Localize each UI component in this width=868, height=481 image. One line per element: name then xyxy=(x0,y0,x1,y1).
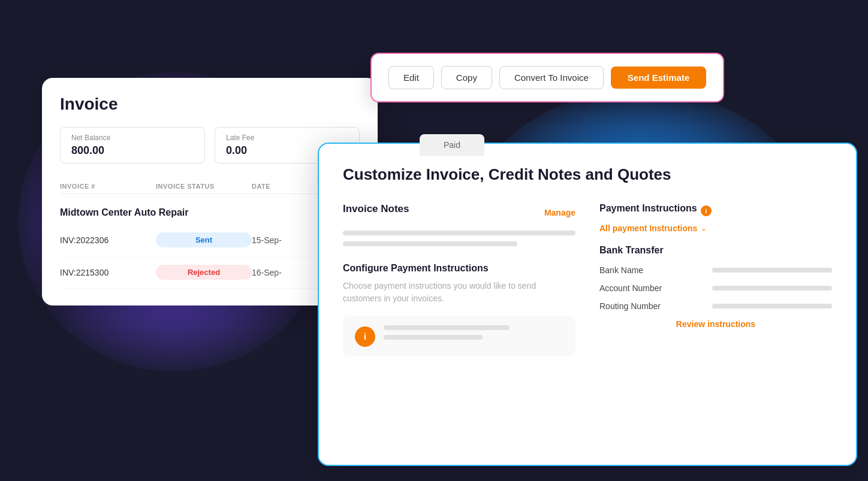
account-number-label: Account Number xyxy=(599,283,662,293)
configure-section: Configure Payment Instructions Choose pa… xyxy=(343,263,575,356)
payment-info-icon: i xyxy=(701,205,712,216)
send-estimate-button[interactable]: Send Estimate xyxy=(611,66,706,89)
section-company-name: Midtown Center Auto Repair xyxy=(60,199,360,224)
customize-title: Customize Invoice, Credit Notes and Quot… xyxy=(343,165,832,184)
routing-number-value xyxy=(712,304,832,308)
left-column: Invoice Notes Manage Configure Payment I… xyxy=(343,203,575,356)
status-badge-sent: Sent xyxy=(156,232,252,247)
review-instructions-link[interactable]: Review instructions xyxy=(599,319,832,329)
account-number-value xyxy=(712,286,832,291)
all-payment-text: All payment Instructions xyxy=(599,223,697,233)
col-invoice-status: INVOICE STATUS xyxy=(156,183,252,190)
configure-payment-desc: Choose payment instructions you would li… xyxy=(343,280,575,305)
info-icon: i xyxy=(355,326,375,347)
edit-button[interactable]: Edit xyxy=(388,66,434,89)
info-line-1 xyxy=(384,325,510,330)
info-lines xyxy=(384,325,563,346)
bank-name-row: Bank Name xyxy=(599,265,832,275)
table-header: INVOICE # INVOICE STATUS DATE xyxy=(60,179,360,194)
chevron-down-icon: ⌄ xyxy=(701,224,707,232)
bank-transfer-title: Bank Transfer xyxy=(599,245,832,256)
bank-name-label: Bank Name xyxy=(599,265,643,275)
right-column: Payment Instructions i All payment Instr… xyxy=(599,203,832,356)
account-number-row: Account Number xyxy=(599,283,832,293)
late-fee-label: Late Fee xyxy=(226,134,348,142)
invoice-num-2: INV:2215300 xyxy=(60,268,156,277)
actions-card: Edit Copy Convert To Invoice Send Estima… xyxy=(370,53,724,102)
net-balance-label: Net Balance xyxy=(71,134,194,142)
manage-link[interactable]: Manage xyxy=(544,208,575,217)
invoice-num-1: INV:2022306 xyxy=(60,235,156,245)
notes-line-2 xyxy=(343,241,517,246)
info-card: i xyxy=(343,316,575,356)
customize-card: Customize Invoice, Credit Notes and Quot… xyxy=(318,143,857,466)
routing-number-label: Routing Number xyxy=(599,301,661,311)
info-line-2 xyxy=(384,335,483,340)
invoice-notes-label: Invoice Notes xyxy=(343,203,409,215)
invoice-row-2: INV:2215300 Rejected 16-Sep- xyxy=(60,256,360,289)
notes-line-1 xyxy=(343,231,575,235)
tab-paid[interactable]: Paid xyxy=(420,134,484,156)
all-payment-row[interactable]: All payment Instructions ⌄ xyxy=(599,223,832,233)
customize-grid: Invoice Notes Manage Configure Payment I… xyxy=(343,203,832,356)
paid-tab-area: Paid xyxy=(420,134,484,156)
payment-instructions-label: Payment Instructions xyxy=(599,203,697,214)
copy-button[interactable]: Copy xyxy=(441,66,492,89)
invoice-title: Invoice xyxy=(60,95,360,114)
routing-number-row: Routing Number xyxy=(599,301,832,311)
invoice-notes-header: Invoice Notes Manage xyxy=(343,203,575,222)
configure-payment-title: Configure Payment Instructions xyxy=(343,263,575,274)
status-badge-rejected: Rejected xyxy=(156,265,252,280)
col-invoice-num: INVOICE # xyxy=(60,183,156,190)
convert-to-invoice-button[interactable]: Convert To Invoice xyxy=(499,66,604,89)
balance-row: Net Balance 800.00 Late Fee 0.00 xyxy=(60,127,360,164)
invoice-row-1: INV:2022306 Sent 15-Sep- xyxy=(60,224,360,256)
net-balance-value: 800.00 xyxy=(71,144,194,157)
net-balance-box: Net Balance 800.00 xyxy=(60,127,205,164)
payment-instructions-header: Payment Instructions i xyxy=(599,203,832,219)
bank-name-value xyxy=(712,268,832,273)
